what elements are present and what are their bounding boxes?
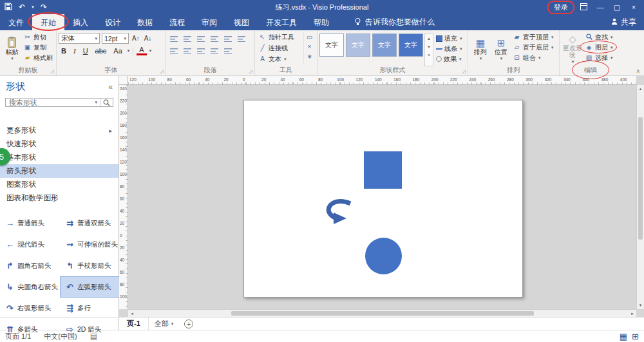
tab-file[interactable]: 文件	[0, 14, 32, 30]
align-center-icon[interactable]	[184, 35, 191, 42]
layers-button[interactable]: ◈ 图层 ▾	[583, 43, 614, 52]
arrange-button[interactable]: ▦ 排列 ▾	[470, 32, 491, 66]
font-dialog-launcher[interactable]: ◿	[160, 69, 164, 74]
align-bottom-icon[interactable]	[197, 48, 205, 54]
minimize-button[interactable]: —	[592, 3, 608, 11]
canvas-square-shape[interactable]	[364, 151, 402, 189]
find-button[interactable]: 查找 ▾	[583, 32, 614, 42]
tab-home[interactable]: 开始	[32, 14, 64, 30]
stencil-shape-11[interactable]: ⇨2D 箭头	[60, 319, 120, 340]
collapse-ribbon-icon[interactable]: ∧	[636, 68, 640, 74]
paragraph-spacing-icon[interactable]	[224, 48, 232, 54]
share-button[interactable]: 共享	[603, 14, 644, 30]
tab-help[interactable]: 帮助	[305, 14, 337, 30]
vertical-scrollbar[interactable]: ▴ ▾	[636, 85, 644, 309]
shape-search-input[interactable]	[6, 99, 92, 106]
fill-button[interactable]: 填充▾	[435, 33, 464, 43]
stencil-shape-6[interactable]: ↳尖圆角右箭头	[0, 276, 60, 298]
search-icon[interactable]	[100, 99, 113, 106]
shape-category-1[interactable]: 快速形状	[0, 137, 118, 151]
grow-font-icon[interactable]: A↑	[131, 35, 141, 42]
text-direction-icon[interactable]	[211, 48, 218, 54]
save-icon[interactable]	[3, 3, 14, 12]
stencil-shape-0[interactable]: →普通箭头	[0, 213, 60, 234]
font-color-button[interactable]: A	[137, 46, 146, 55]
tab-developer[interactable]: 开发工具	[258, 14, 305, 30]
decrease-indent-icon[interactable]	[224, 35, 232, 42]
shape-category-2[interactable]: 基本形状	[0, 151, 118, 164]
style-sample-1[interactable]: 文字	[346, 33, 370, 57]
tab-review[interactable]: 审阅	[193, 14, 225, 30]
drawing-canvas-area[interactable]: 1201008060402002040608010012014016018020…	[119, 76, 644, 317]
strikethrough-button[interactable]: abc	[93, 47, 109, 55]
scroll-up-icon[interactable]: ▴	[637, 85, 644, 93]
gallery-up-icon[interactable]: ▴	[425, 34, 433, 43]
stencil-shape-2[interactable]: ←现代箭头	[0, 234, 60, 255]
stencil-shape-7[interactable]: ↶左弧形箭头	[60, 276, 120, 298]
align-left-icon[interactable]	[170, 35, 178, 42]
canvas-circle-shape[interactable]	[365, 238, 402, 274]
font-name-select[interactable]: 宋体▾	[59, 33, 100, 44]
style-sample-2[interactable]: 文字	[372, 33, 397, 57]
all-pages-button[interactable]: 全部▾	[149, 318, 180, 330]
italic-button[interactable]: I	[71, 47, 79, 55]
style-sample-3[interactable]: 文字	[399, 33, 423, 57]
scroll-down-icon[interactable]: ▾	[637, 301, 644, 309]
canvas-curved-arrow-shape[interactable]	[319, 198, 355, 226]
effects-button[interactable]: 效果▾	[435, 54, 464, 64]
paragraph-dialog-launcher[interactable]: ◿	[249, 69, 252, 74]
shape-styles-dialog-launcher[interactable]: ◿	[462, 69, 466, 74]
tab-process[interactable]: 流程	[161, 14, 193, 30]
align-top-icon[interactable]	[170, 48, 178, 54]
maximize-button[interactable]: ▢	[609, 3, 625, 12]
tab-insert[interactable]: 插入	[64, 14, 97, 30]
undo-dropdown-icon[interactable]: ▾	[30, 5, 36, 10]
paste-button[interactable]: 粘贴 ▾	[2, 32, 22, 66]
pan-zoom-icon[interactable]: ⊞	[632, 332, 639, 341]
align-middle-icon[interactable]	[184, 48, 191, 54]
shape-category-4[interactable]: 图案形状	[0, 178, 118, 191]
underline-button[interactable]: U	[80, 47, 91, 55]
increase-indent-icon[interactable]	[238, 35, 245, 42]
clipboard-dialog-launcher[interactable]: ◿	[51, 69, 54, 74]
text-tool-button[interactable]: A文本▾	[257, 54, 302, 64]
tell-me-box[interactable]: 告诉我你想要做什么	[349, 14, 440, 30]
scroll-left-icon[interactable]: ◂	[128, 310, 136, 317]
change-shape-button[interactable]: ◇ 更改形状 ▾	[562, 32, 583, 66]
tab-design[interactable]: 设计	[97, 14, 129, 30]
shape-category-0[interactable]: 更多形状▸	[0, 124, 118, 137]
close-button[interactable]: ×	[626, 3, 641, 11]
tab-data[interactable]: 数据	[129, 14, 161, 30]
position-button[interactable]: ⊞ 位置 ▾	[491, 32, 511, 66]
align-right-icon[interactable]	[197, 35, 205, 42]
connection-point-icon[interactable]: ×	[308, 43, 312, 51]
group-button[interactable]: ⊡组合▾	[511, 53, 555, 62]
copy-button[interactable]: ▣复制	[22, 43, 54, 52]
stencil-shape-8[interactable]: ↷右弧形箭头	[0, 298, 60, 319]
ribbon-display-options-icon[interactable]	[576, 3, 591, 12]
vertical-scroll-thumb[interactable]	[638, 117, 643, 240]
rectangle-tool-icon[interactable]: ▭	[307, 33, 312, 41]
bold-button[interactable]: B	[59, 47, 69, 55]
search-dropdown-icon[interactable]: ▾	[92, 100, 100, 105]
undo-icon[interactable]: ↶	[16, 3, 28, 12]
gallery-down-icon[interactable]: ▾	[425, 43, 433, 51]
bullets-icon[interactable]	[211, 35, 218, 42]
horizontal-scroll-thumb[interactable]	[231, 311, 534, 316]
drawing-page[interactable]	[243, 100, 523, 298]
connector-tool-button[interactable]: ╱连接线	[257, 43, 302, 53]
add-page-button[interactable]: +	[184, 319, 193, 328]
stencil-shape-4[interactable]: ↱圆角右箭头	[0, 255, 60, 276]
login-button[interactable]: 登录	[547, 1, 574, 14]
collapse-panel-icon[interactable]: «	[108, 82, 113, 91]
send-to-back-button[interactable]: ▱置于底层▾	[511, 43, 555, 52]
style-sample-0[interactable]: 文字	[319, 33, 344, 57]
change-case-button[interactable]: Aa	[111, 47, 124, 55]
pointer-tool-button[interactable]: ↖指针工具	[257, 32, 302, 42]
tab-view[interactable]: 视图	[225, 14, 258, 30]
stencil-shape-10[interactable]: ⇈多箭头	[0, 319, 60, 340]
horizontal-scrollbar[interactable]: ◂ ▸	[128, 309, 636, 317]
page-tab-1[interactable]: 页-1	[119, 318, 149, 330]
select-button[interactable]: ▧ 选择 ▾	[583, 53, 614, 62]
shape-category-3[interactable]: 箭头形状	[0, 164, 118, 178]
